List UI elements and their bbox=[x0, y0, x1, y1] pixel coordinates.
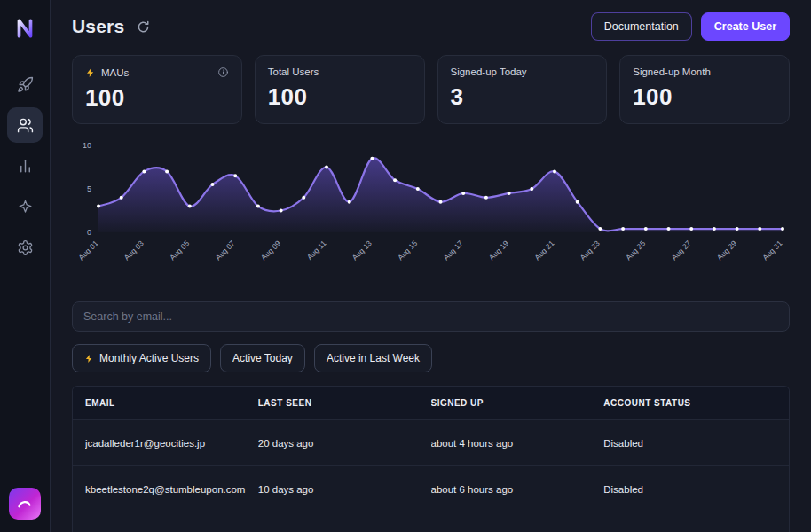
stat-value: 100 bbox=[85, 84, 229, 112]
documentation-button[interactable]: Documentation bbox=[591, 12, 692, 41]
column-header-signed-up: SIGNED UP bbox=[431, 398, 604, 408]
cell-last-seen: 10 days ago bbox=[258, 484, 431, 495]
table-row[interactable]: ascotford2l@businesswire.com 21 days ago… bbox=[73, 512, 789, 532]
avatar-glyph-icon bbox=[15, 494, 35, 513]
stat-card-total-users: Total Users 100 bbox=[255, 55, 425, 124]
users-icon bbox=[17, 117, 34, 134]
refresh-button[interactable] bbox=[135, 19, 152, 35]
sidebar-item-integrations[interactable] bbox=[7, 189, 43, 224]
cell-account-status: Disabled bbox=[603, 484, 776, 495]
users-activity-chart: 0510Aug 01Aug 03Aug 05Aug 07Aug 09Aug 11… bbox=[72, 138, 790, 278]
gear-icon bbox=[17, 239, 34, 256]
svg-text:Aug 13: Aug 13 bbox=[350, 239, 374, 262]
search-input[interactable] bbox=[72, 301, 790, 332]
cell-signed-up: about 4 hours ago bbox=[431, 438, 604, 449]
sidebar-item-settings[interactable] bbox=[7, 230, 43, 265]
svg-text:Aug 03: Aug 03 bbox=[122, 239, 146, 262]
stat-card-signed-up-today: Signed-up Today 3 bbox=[437, 55, 608, 124]
info-icon[interactable] bbox=[217, 66, 229, 78]
cell-last-seen: 20 days ago bbox=[258, 438, 431, 449]
svg-text:Aug 23: Aug 23 bbox=[579, 239, 602, 262]
bolt-icon bbox=[84, 354, 94, 364]
main-content: Users Documentation Create User MAUs bbox=[51, 0, 811, 532]
rocket-icon bbox=[17, 76, 34, 93]
column-header-last-seen: LAST SEEN bbox=[258, 398, 431, 408]
sidebar-item-users[interactable] bbox=[7, 107, 43, 143]
svg-text:Aug 31: Aug 31 bbox=[760, 239, 783, 262]
users-chart: 0510Aug 01Aug 03Aug 05Aug 07Aug 09Aug 11… bbox=[72, 138, 790, 278]
refresh-icon bbox=[137, 20, 150, 34]
filter-active-today[interactable]: Active Today bbox=[220, 344, 305, 372]
stat-value: 3 bbox=[451, 83, 594, 111]
svg-text:Aug 19: Aug 19 bbox=[487, 239, 510, 262]
stat-card-maus: MAUs 100 bbox=[72, 55, 242, 124]
stat-card-signed-up-month: Signed-up Month 100 bbox=[619, 55, 790, 124]
bar-chart-icon bbox=[17, 158, 34, 175]
sidebar-item-getting-started[interactable] bbox=[7, 66, 43, 102]
header-actions: Documentation Create User bbox=[591, 12, 790, 41]
filter-active-last-week[interactable]: Active in Last Week bbox=[314, 344, 432, 372]
stat-value: 100 bbox=[633, 83, 776, 111]
sparkle-icon bbox=[17, 199, 34, 215]
column-header-email: EMAIL bbox=[85, 398, 258, 408]
stat-label: Total Users bbox=[268, 66, 412, 77]
stats-row: MAUs 100 Total Users 100 Signed-up Today… bbox=[72, 55, 790, 124]
page-title: Users bbox=[72, 16, 124, 37]
cell-account-status: Disabled bbox=[603, 438, 776, 449]
svg-text:Aug 25: Aug 25 bbox=[624, 239, 647, 262]
stat-label: MAUs bbox=[85, 66, 229, 78]
filter-monthly-active-users[interactable]: Monthly Active Users bbox=[72, 344, 211, 372]
table-header-row: EMAIL LAST SEEN SIGNED UP ACCOUNT STATUS bbox=[73, 387, 789, 419]
filter-row: Monthly Active Users Active Today Active… bbox=[72, 344, 790, 372]
cell-email: jcadalleder1r@geocities.jp bbox=[85, 438, 258, 449]
stat-value: 100 bbox=[268, 83, 412, 111]
page-header: Users Documentation Create User bbox=[72, 12, 790, 41]
svg-text:0: 0 bbox=[87, 228, 91, 237]
column-header-account-status: ACCOUNT STATUS bbox=[603, 398, 776, 408]
svg-text:5: 5 bbox=[87, 184, 91, 193]
svg-text:Aug 17: Aug 17 bbox=[441, 239, 464, 262]
table-row[interactable]: kbeetlestone2q@stumbleupon.com 10 days a… bbox=[73, 466, 789, 512]
cell-email: kbeetlestone2q@stumbleupon.com bbox=[85, 484, 258, 495]
users-table: EMAIL LAST SEEN SIGNED UP ACCOUNT STATUS… bbox=[72, 386, 790, 532]
create-user-button[interactable]: Create User bbox=[701, 12, 790, 41]
table-row[interactable]: jcadalleder1r@geocities.jp 20 days ago a… bbox=[73, 419, 789, 466]
stat-label: Signed-up Today bbox=[451, 66, 594, 77]
svg-text:Aug 09: Aug 09 bbox=[259, 239, 282, 262]
svg-text:10: 10 bbox=[83, 141, 91, 150]
svg-text:Aug 01: Aug 01 bbox=[76, 239, 99, 262]
cell-signed-up: about 6 hours ago bbox=[431, 484, 604, 495]
svg-text:Aug 27: Aug 27 bbox=[669, 239, 692, 262]
svg-text:Aug 05: Aug 05 bbox=[168, 239, 191, 262]
sidebar bbox=[0, 0, 51, 532]
svg-text:Aug 07: Aug 07 bbox=[213, 239, 236, 262]
bolt-icon bbox=[85, 67, 96, 78]
svg-text:Aug 21: Aug 21 bbox=[532, 239, 555, 262]
sidebar-item-analytics[interactable] bbox=[7, 148, 43, 184]
app-window: Users Documentation Create User MAUs bbox=[0, 0, 811, 532]
app-logo-icon bbox=[7, 11, 43, 46]
svg-text:Aug 29: Aug 29 bbox=[715, 239, 738, 262]
svg-text:Aug 11: Aug 11 bbox=[305, 239, 328, 262]
user-avatar[interactable] bbox=[9, 488, 41, 520]
stat-label: Signed-up Month bbox=[633, 66, 776, 77]
svg-text:Aug 15: Aug 15 bbox=[396, 239, 419, 262]
